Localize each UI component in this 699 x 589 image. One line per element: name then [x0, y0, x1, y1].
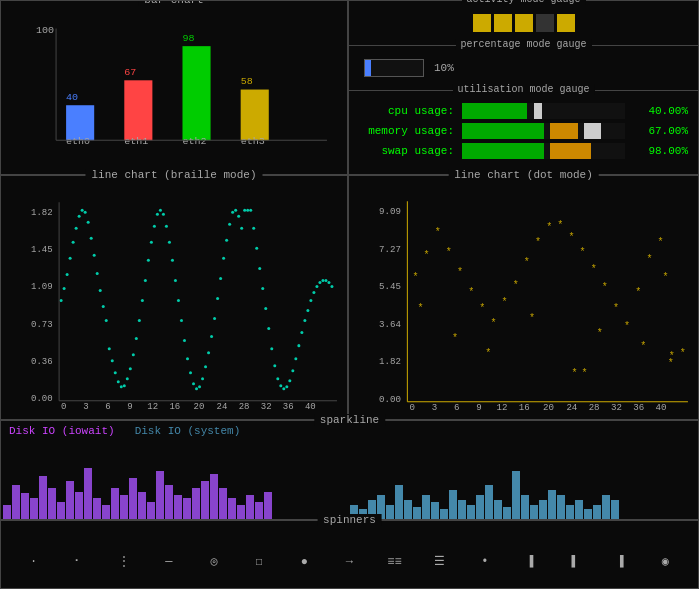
sparkline-bar	[129, 478, 137, 519]
pct-bar-outer	[364, 59, 424, 77]
svg-text:0: 0	[61, 401, 66, 412]
svg-point-117	[312, 291, 315, 294]
spinner-12: ▌	[567, 555, 583, 569]
util-inner: cpu usage: 40.00% memory usage:	[349, 91, 698, 174]
svg-point-42	[87, 221, 90, 224]
svg-point-57	[132, 353, 135, 356]
swap-label: swap usage:	[359, 145, 454, 157]
svg-point-52	[117, 380, 120, 383]
svg-point-88	[225, 239, 228, 242]
line-chart-dot-panel: line chart (dot mode) 9.09 7.27 5.45 3.6…	[348, 175, 699, 420]
svg-text:0.00: 0.00	[31, 393, 53, 404]
bar-chart-panel: bar chart 100 40 eth0 67 eth1 98 eth2 58	[0, 0, 348, 175]
svg-rect-11	[241, 90, 269, 141]
svg-rect-2	[66, 105, 94, 140]
svg-point-73	[180, 319, 183, 322]
svg-point-65	[156, 213, 159, 216]
svg-point-118	[315, 285, 318, 288]
svg-point-100	[261, 287, 264, 290]
sparkline-bar	[431, 502, 439, 519]
cpu-value: 40.00%	[633, 105, 688, 117]
svg-point-90	[231, 211, 234, 214]
svg-point-49	[108, 347, 111, 350]
line-dot-svg: 9.09 7.27 5.45 3.64 1.82 0.00 0 3 6 9 12…	[379, 197, 693, 414]
mem-label: memory usage:	[359, 125, 454, 137]
cpu-bar	[462, 103, 625, 119]
pct-bar-fill	[365, 60, 371, 76]
svg-text:*: *	[591, 264, 597, 275]
svg-point-59	[138, 319, 141, 322]
svg-text:*: *	[568, 232, 574, 243]
svg-text:*: *	[529, 313, 535, 324]
svg-point-113	[300, 331, 303, 334]
svg-point-34	[63, 287, 66, 290]
svg-point-83	[210, 335, 213, 338]
svg-point-70	[171, 259, 174, 262]
svg-point-86	[219, 277, 222, 280]
sparkline-bar	[183, 498, 191, 519]
svg-text:58: 58	[241, 76, 253, 87]
svg-point-50	[111, 359, 114, 362]
svg-text:*: *	[435, 227, 441, 238]
sparkline-bar	[219, 488, 227, 519]
svg-text:24: 24	[217, 401, 228, 412]
activity-block-3	[515, 14, 533, 32]
svg-point-109	[288, 379, 291, 382]
svg-text:0.00: 0.00	[379, 394, 401, 405]
sparkline-series1-label: Disk IO (iowait)	[9, 425, 115, 437]
sparkline-title: sparkline	[314, 414, 385, 426]
spinner-10: •	[477, 555, 493, 569]
svg-point-58	[135, 337, 138, 340]
sparkline-bar	[39, 476, 47, 519]
svg-point-101	[264, 307, 267, 310]
svg-point-43	[90, 237, 93, 240]
svg-text:*: *	[424, 250, 430, 261]
svg-text:5.45: 5.45	[379, 281, 401, 292]
svg-text:0: 0	[409, 402, 414, 413]
svg-point-122	[327, 281, 330, 284]
line-braille-title: line chart (braille mode)	[85, 169, 262, 181]
svg-text:32: 32	[261, 401, 272, 412]
cpu-label: cpu usage:	[359, 105, 454, 117]
sparkline-bar	[467, 505, 475, 519]
sparkline-bar	[156, 471, 164, 519]
svg-text:40: 40	[656, 402, 667, 413]
dot-chart-points: * * * * * * * * * * * * * * * * *	[412, 220, 685, 380]
svg-text:16: 16	[519, 402, 530, 413]
svg-text:*: *	[624, 321, 630, 332]
swap-row: swap usage: 98.00%	[359, 143, 688, 159]
sparkline-bar	[210, 474, 218, 519]
sparkline-bar	[548, 490, 556, 519]
svg-point-66	[159, 209, 162, 212]
sparkline-bar	[593, 505, 601, 519]
sparkline-bar	[48, 488, 56, 519]
sparkline-bar	[264, 492, 272, 519]
svg-point-71	[174, 279, 177, 282]
svg-point-116	[309, 299, 312, 302]
svg-point-102	[267, 327, 270, 330]
activity-block-5	[557, 14, 575, 32]
sparkline-bar	[237, 505, 245, 519]
svg-point-112	[297, 344, 300, 347]
spinner-11: ▐	[522, 555, 538, 569]
svg-point-80	[201, 377, 204, 380]
svg-text:32: 32	[611, 402, 622, 413]
line-braille-svg: 1.82 1.45 1.09 0.73 0.36 0.00 0 3 6 9 12…	[31, 197, 342, 414]
svg-text:40: 40	[305, 401, 316, 412]
svg-text:1.82: 1.82	[31, 207, 53, 218]
svg-text:*: *	[457, 267, 463, 278]
svg-rect-5	[124, 80, 152, 140]
svg-point-33	[60, 299, 63, 302]
svg-point-95	[246, 209, 249, 212]
sparkline-bar	[386, 505, 394, 519]
svg-text:98: 98	[182, 33, 194, 44]
svg-point-105	[276, 377, 279, 380]
svg-text:3: 3	[83, 401, 88, 412]
sparkline-bar	[530, 505, 538, 519]
spinner-4: ◎	[206, 554, 222, 569]
svg-text:9.09: 9.09	[379, 206, 401, 217]
svg-text:28: 28	[239, 401, 250, 412]
svg-text:0.36: 0.36	[31, 356, 53, 367]
svg-point-41	[84, 211, 87, 214]
svg-point-45	[96, 272, 99, 275]
